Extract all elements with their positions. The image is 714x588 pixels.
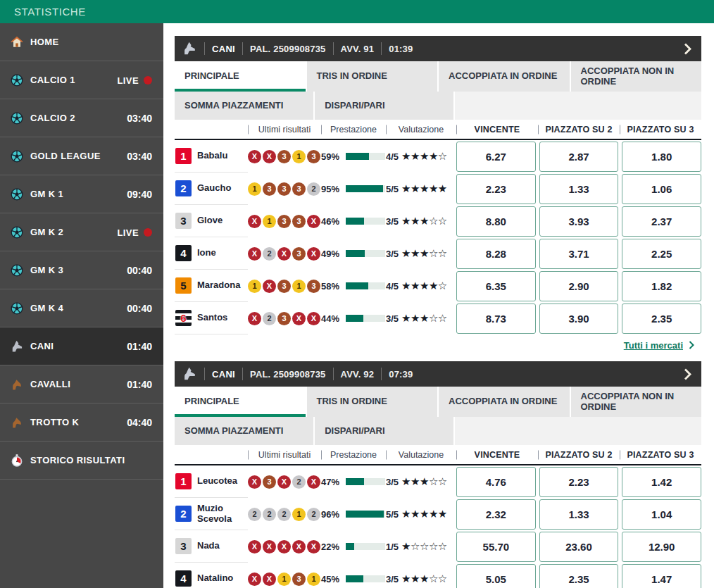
odds-button[interactable]: 8.80 (456, 206, 536, 237)
tab-dispari-pari[interactable]: DISPARI/PARI (315, 92, 453, 120)
result-badge: 3 (263, 475, 276, 489)
sidebar-item-calcio-1[interactable]: CALCIO 1 LIVE (0, 61, 163, 99)
event-countdown: 00:40 (127, 303, 152, 314)
runner-row: 4 Ione X2X3X 49% 3/5 ★★★☆☆ 8.283.712.25 (175, 237, 701, 270)
odds-button[interactable]: 5.05 (456, 564, 536, 588)
odds-button[interactable]: 8.73 (456, 304, 536, 334)
sidebar-item-trotto-k[interactable]: TROTTO K 04:40 (0, 404, 163, 442)
odds-button[interactable]: 55.70 (456, 532, 536, 562)
valuation-ratio: 3/5 (386, 574, 399, 584)
odds-button[interactable]: 3.90 (539, 304, 619, 334)
odds-button[interactable]: 2.87 (539, 142, 619, 172)
valuation-ratio: 3/5 (386, 216, 399, 227)
panel-footer: Tutti i mercati (175, 334, 701, 356)
odds-button[interactable]: 2.23 (539, 467, 619, 497)
tab-accoppiata-in-ordine[interactable]: ACCOPPIATA IN ORDINE (439, 387, 570, 417)
stopwatch-icon (10, 453, 24, 468)
all-markets-chevron-icon[interactable] (689, 341, 694, 349)
performance-bar (346, 282, 385, 289)
performance: 59% (321, 151, 386, 162)
odds-button[interactable]: 1.82 (622, 271, 701, 301)
performance-bar (346, 511, 385, 518)
star-rating: ★★★★☆ (401, 280, 447, 292)
result-badge: 1 (292, 150, 306, 163)
odds-button[interactable]: 2.23 (456, 174, 536, 204)
runner-row: 4 Natalino XX131 45% 3/5 ★★★☆☆ 5.052.351… (175, 563, 701, 588)
result-badge: X (307, 215, 320, 228)
performance-percent: 44% (321, 313, 342, 324)
pool-number: PAL. 2509908735 (250, 369, 326, 380)
odds-button[interactable]: 3.93 (539, 206, 619, 237)
sidebar-item-gm-k-1[interactable]: GM K 1 09:40 (0, 175, 163, 213)
result-badge: 3 (277, 312, 291, 325)
odds-button[interactable]: 1.04 (622, 499, 701, 530)
sidebar-item-label: CALCIO 2 (30, 113, 75, 123)
column-header-piazzato-su-2: PIAZZATO SU 2 (538, 445, 620, 464)
tab-tris-in-ordine[interactable]: TRIS IN ORDINE (307, 387, 438, 417)
tab-somma-piazzamenti[interactable]: SOMMA PIAZZAMENTI (175, 417, 313, 445)
result-badge: X (248, 540, 261, 553)
sidebar-item-cavalli[interactable]: CAVALLI 01:40 (0, 365, 163, 404)
odds-buttons: 6.352.901.82 (456, 271, 701, 301)
last-results: XXXXX (248, 540, 321, 553)
result-badge: 1 (307, 573, 320, 586)
odds-button[interactable]: 1.47 (622, 564, 701, 588)
sidebar-item-cani[interactable]: CANI 01:40 (0, 327, 163, 365)
sidebar-item-label: GM K 3 (30, 265, 63, 275)
chevron-right-icon[interactable] (684, 43, 691, 55)
result-badge: X (248, 215, 261, 228)
odds-button[interactable]: 2.35 (622, 304, 701, 334)
tabs-row-1: PRINCIPALETRIS IN ORDINEACCOPPIATA IN OR… (175, 387, 701, 417)
tab-principale[interactable]: PRINCIPALE (175, 387, 306, 417)
tab-principale[interactable]: PRINCIPALE (175, 61, 306, 92)
performance-percent: 49% (321, 249, 342, 259)
sidebar-item-calcio-2[interactable]: CALCIO 2 03:40 (0, 99, 163, 137)
performance-bar (346, 575, 385, 582)
star-rating: ★★★★☆ (401, 150, 447, 163)
odds-button[interactable]: 1.33 (539, 174, 619, 204)
race-panel-header[interactable]: CANI PAL. 2509908735 AVV. 92 07:39 (175, 361, 701, 387)
odds-button[interactable]: 12.90 (622, 532, 701, 562)
odds-button[interactable]: 8.28 (456, 239, 536, 269)
sidebar-item-label: GM K 2 (30, 227, 63, 237)
odds-button[interactable]: 2.37 (622, 206, 701, 237)
column-headers: Ultimi risultatiPrestazioneValutazioneVI… (175, 445, 701, 465)
chevron-right-icon[interactable] (684, 368, 691, 380)
result-badge: 2 (307, 182, 320, 196)
tab-accoppiata-non-in-ordine[interactable]: ACCOPPIATA NON IN ORDINE (571, 387, 702, 417)
odds-button[interactable]: 6.27 (456, 142, 536, 172)
sidebar-item-gold-league[interactable]: GOLD LEAGUE 03:40 (0, 137, 163, 175)
sidebar-item-gm-k-2[interactable]: GM K 2 LIVE (0, 213, 163, 251)
sidebar-item-label: GM K 1 (30, 189, 63, 199)
race-panel-header[interactable]: CANI PAL. 2509908735 AVV. 91 01:39 (175, 36, 701, 61)
valuation-ratio: 3/5 (386, 249, 399, 259)
odds-button[interactable]: 23.60 (539, 532, 619, 562)
odds-button[interactable]: 4.76 (456, 467, 536, 497)
odds-button[interactable]: 3.71 (539, 239, 619, 269)
all-markets-link[interactable]: Tutti i mercati (624, 340, 683, 351)
sidebar-item-gm-k-3[interactable]: GM K 3 00:40 (0, 251, 163, 289)
odds-button[interactable]: 2.90 (539, 271, 619, 301)
last-results: 22212 (248, 508, 321, 521)
tab-accoppiata-in-ordine[interactable]: ACCOPPIATA IN ORDINE (439, 61, 570, 92)
odds-button[interactable]: 1.80 (622, 142, 701, 172)
sidebar-item-storico-risultati[interactable]: STORICO RISULTATI (0, 442, 163, 480)
result-badge: 2 (263, 312, 276, 325)
tab-tris-in-ordine[interactable]: TRIS IN ORDINE (307, 61, 438, 92)
tab-somma-piazzamenti[interactable]: SOMMA PIAZZAMENTI (175, 92, 313, 120)
odds-button[interactable]: 6.35 (456, 271, 536, 301)
column-header-spacer (175, 445, 248, 464)
odds-button[interactable]: 1.06 (622, 174, 701, 204)
performance: 45% (321, 574, 386, 584)
tab-accoppiata-non-in-ordine[interactable]: ACCOPPIATA NON IN ORDINE (571, 61, 702, 92)
odds-button[interactable]: 2.25 (622, 239, 701, 269)
sport-label: CANI (212, 44, 235, 54)
tab-dispari-pari[interactable]: DISPARI/PARI (315, 417, 453, 445)
odds-button[interactable]: 1.33 (539, 499, 619, 530)
odds-button[interactable]: 2.35 (539, 564, 619, 588)
odds-button[interactable]: 2.32 (456, 499, 536, 530)
odds-button[interactable]: 1.42 (622, 467, 701, 497)
sidebar-item-home[interactable]: HOME (0, 23, 163, 61)
sidebar-item-gm-k-4[interactable]: GM K 4 00:40 (0, 289, 163, 327)
runner-row: 2 Gaucho 13332 95% 5/5 ★★★★★ 2.231.331.0… (175, 173, 701, 205)
